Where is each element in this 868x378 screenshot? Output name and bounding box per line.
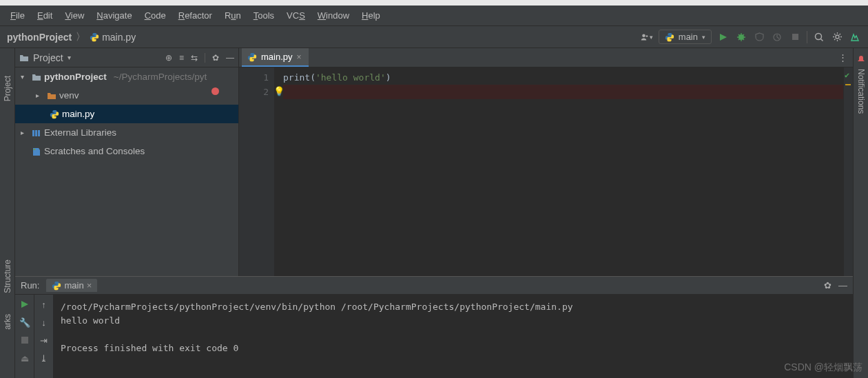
tree-main-py-label: main.py xyxy=(62,109,94,119)
python-icon xyxy=(247,52,257,62)
menu-window[interactable]: Window xyxy=(311,8,355,23)
run-hide-icon[interactable]: — xyxy=(838,280,847,291)
folder-project-icon xyxy=(19,53,29,63)
rerun-icon[interactable] xyxy=(19,299,30,310)
svg-rect-8 xyxy=(38,130,40,136)
breadcrumb: pythonProject 〉 main.py xyxy=(7,31,136,43)
menu-navigate[interactable]: Navigate xyxy=(90,8,138,23)
menu-refactor[interactable]: Refactor xyxy=(172,8,218,23)
editor-menu-icon[interactable]: ⋮ xyxy=(838,52,847,63)
python-icon xyxy=(665,32,674,42)
menu-run[interactable]: Run xyxy=(218,8,247,23)
sidebar-tab-bookmarks[interactable]: arks xyxy=(3,314,12,330)
tree-external-libs-label: External Libraries xyxy=(44,127,116,138)
menu-view[interactable]: View xyxy=(59,8,90,23)
stop-button[interactable] xyxy=(789,31,801,43)
project-panel-title: Project xyxy=(33,52,63,63)
run-toolbar-secondary: ↑ ↓ ⇥ ⤓ xyxy=(34,295,54,378)
sidebar-tab-structure[interactable]: Structure xyxy=(3,260,12,293)
minimize-icon[interactable]: — xyxy=(226,53,234,63)
intention-bulb-icon[interactable]: 💡 xyxy=(273,84,285,98)
editor-code[interactable]: print('hello world') 💡 xyxy=(275,67,843,276)
editor-tab-main-py[interactable]: main.py × xyxy=(242,48,309,67)
breadcrumb-file[interactable]: main.py xyxy=(90,32,136,43)
breadcrumb-sep-icon: 〉 xyxy=(76,31,85,43)
exit-icon[interactable]: ⏏ xyxy=(19,353,30,364)
breadcrumb-root[interactable]: pythonProject xyxy=(7,32,72,43)
debug-button[interactable] xyxy=(735,31,747,43)
editor-tabbar: main.py × ⋮ xyxy=(239,48,853,67)
watermark: CSDN @轻烟飘荡 xyxy=(784,361,862,374)
console-output[interactable]: /root/PycharmProjects/pythonProject/venv… xyxy=(54,295,853,378)
add-user-icon[interactable]: ▾ xyxy=(641,31,653,43)
editor-right-gutter: ✔ xyxy=(843,67,853,276)
editor: main.py × ⋮ 1 2 print('hello world') xyxy=(239,48,853,276)
up-stack-icon[interactable]: ↑ xyxy=(39,299,50,310)
soft-wrap-icon[interactable]: ⇥ xyxy=(39,335,50,346)
tree-root[interactable]: ▾ pythonProject ~/PycharmProjects/pyt xyxy=(15,67,238,86)
svg-point-4 xyxy=(816,33,822,39)
tree-scratches[interactable]: ▸ Scratches and Consoles xyxy=(15,142,238,160)
svg-point-0 xyxy=(642,34,645,37)
close-run-tab-icon[interactable]: × xyxy=(87,280,92,291)
svg-rect-10 xyxy=(21,337,28,344)
python-icon xyxy=(52,281,61,291)
tree-external-libs[interactable]: ▸ External Libraries xyxy=(15,123,238,142)
ide-feature-icon[interactable] xyxy=(849,31,861,43)
python-icon xyxy=(90,32,99,42)
menu-code[interactable]: Code xyxy=(138,8,172,23)
navbar: pythonProject 〉 main.py ▾ main ▾ xyxy=(0,26,868,48)
svg-point-5 xyxy=(836,35,839,39)
svg-point-9 xyxy=(34,148,36,150)
breadcrumb-file-label: main.py xyxy=(102,32,136,43)
menu-edit[interactable]: Edit xyxy=(31,8,59,23)
run-config-selector[interactable]: main ▾ xyxy=(659,30,712,44)
console-exit-line: Process finished with exit code 0 xyxy=(61,343,238,353)
left-sidebar-tabs: Project Structure arks xyxy=(0,48,15,378)
menu-vcs[interactable]: VCS xyxy=(280,8,311,23)
sidebar-tab-notifications[interactable]: Notifications xyxy=(856,69,866,114)
coverage-icon[interactable] xyxy=(753,31,765,43)
run-tab[interactable]: main × xyxy=(46,279,97,292)
run-config-label: main xyxy=(679,32,698,42)
run-button[interactable] xyxy=(717,31,730,43)
run-title: Run: xyxy=(21,280,39,291)
tree-venv[interactable]: ▸ venv xyxy=(15,86,238,105)
project-panel-header: Project ▾ ⊕ ≡ ⇆ ✿ — xyxy=(15,48,238,67)
gear-icon[interactable]: ✿ xyxy=(212,53,219,63)
run-tool-window: Run: main × ✿ — 🔧 ⏏ xyxy=(15,276,853,378)
sidebar-tab-project[interactable]: Project xyxy=(3,76,12,101)
run-toolbar-primary: 🔧 ⏏ xyxy=(15,295,34,378)
library-icon xyxy=(32,128,41,138)
menu-file[interactable]: File xyxy=(4,8,31,23)
line-number[interactable]: 2 xyxy=(239,85,269,99)
run-panel-header: Run: main × ✿ — xyxy=(15,277,853,295)
breakpoint-icon[interactable] xyxy=(211,87,219,95)
tree-venv-label: venv xyxy=(59,90,79,101)
menu-tools[interactable]: Tools xyxy=(247,8,280,23)
select-open-file-icon[interactable]: ⊕ xyxy=(165,53,172,63)
editor-gutter[interactable]: 1 2 xyxy=(239,67,275,276)
expand-all-icon[interactable]: ≡ xyxy=(179,53,184,63)
wrench-icon[interactable]: 🔧 xyxy=(19,317,30,328)
warning-mark-icon[interactable] xyxy=(845,84,851,85)
tree-main-py[interactable]: main.py xyxy=(15,105,238,123)
notifications-icon[interactable] xyxy=(857,55,865,63)
close-tab-icon[interactable]: × xyxy=(297,52,302,62)
collapse-all-icon[interactable]: ⇆ xyxy=(191,53,198,63)
inspection-ok-icon[interactable]: ✔ xyxy=(845,70,849,80)
project-tool-window: Project ▾ ⊕ ≡ ⇆ ✿ — ▾ xyxy=(15,48,239,276)
right-sidebar-tabs: Notifications xyxy=(853,48,868,378)
scratch-icon xyxy=(32,147,41,156)
run-settings-icon[interactable]: ✿ xyxy=(824,280,831,291)
stop-icon[interactable] xyxy=(19,335,30,346)
line-number[interactable]: 1 xyxy=(239,70,269,85)
scroll-to-end-icon[interactable]: ⤓ xyxy=(39,353,50,364)
search-icon[interactable] xyxy=(813,31,825,43)
profile-icon[interactable] xyxy=(771,31,783,43)
chevron-down-icon[interactable]: ▾ xyxy=(68,54,71,61)
editor-body[interactable]: 1 2 print('hello world') 💡 ✔ xyxy=(239,67,853,276)
down-stack-icon[interactable]: ↓ xyxy=(39,317,50,328)
menu-help[interactable]: Help xyxy=(355,8,386,23)
settings-icon[interactable] xyxy=(831,31,843,43)
